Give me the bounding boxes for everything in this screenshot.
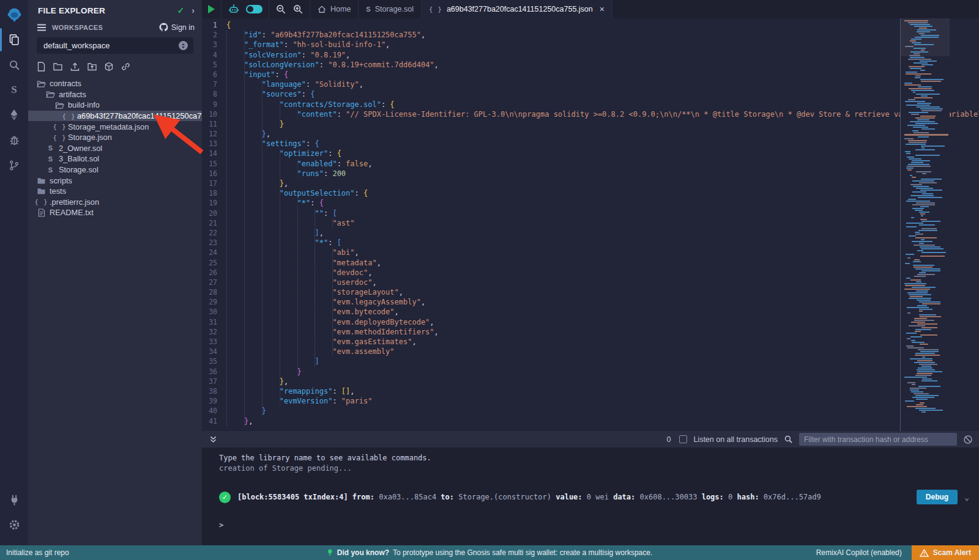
ai-robot-icon[interactable]: [228, 4, 240, 15]
file-tree: contractsartifactsbuild-info{ }a69b43f27…: [28, 78, 202, 218]
tree-item-build-info[interactable]: build-info: [28, 100, 202, 111]
transaction-count: 0: [666, 435, 673, 444]
terminal-prompt[interactable]: >: [219, 521, 969, 529]
code-line: 37 },: [202, 377, 979, 386]
activity-bar: S: [0, 0, 28, 545]
create-file-icon[interactable]: [37, 62, 46, 72]
listen-all-transactions-checkbox[interactable]: [679, 435, 687, 443]
solidity-icon: S: [46, 166, 55, 174]
bug-icon: [9, 134, 20, 146]
run-script-button[interactable]: [208, 5, 215, 13]
code-line: 39 "evmVersion": "paris": [202, 396, 979, 406]
code-line: 30 "evm.bytecode",: [202, 307, 979, 317]
tree-item-artifacts[interactable]: artifacts: [28, 89, 202, 100]
search-icon: [9, 59, 20, 71]
code-line: 31 "evm.deployedBytecode",: [202, 317, 979, 327]
tree-item-label: a69b43f277ba20fcac141151250ca7...: [77, 111, 208, 120]
debug-button[interactable]: Debug: [917, 490, 958, 504]
transaction-filter-input[interactable]: [799, 433, 957, 446]
sidebar-item-git[interactable]: [0, 155, 28, 175]
tree-item-a69b43f277ba20fcac141151250ca7[interactable]: { }a69b43f277ba20fcac141151250ca7...: [28, 111, 202, 122]
scam-alert-button[interactable]: Scam Alert: [912, 545, 979, 560]
did-you-know-tip: Did you know? To prototype using the Gno…: [327, 548, 653, 557]
tree-item-storage-json[interactable]: { }Storage.json: [28, 132, 202, 143]
terminal-toolbar: 0 Listen on all transactions: [202, 431, 979, 448]
tree-item-prettierrc-json[interactable]: { }.prettierrc.json: [28, 197, 202, 208]
code-line: 6 "input": {: [202, 70, 979, 79]
expand-log-chevron-icon[interactable]: ⌄: [964, 493, 969, 502]
code-line: 19 "*": {: [202, 198, 979, 208]
upload-file-icon[interactable]: [70, 62, 80, 72]
file-actions-toolbar: [28, 54, 202, 75]
sidebar-item-file-explorer[interactable]: [0, 29, 28, 50]
ai-copilot-toggle[interactable]: [246, 5, 262, 13]
folder-icon: [37, 187, 46, 195]
tree-item-label: .prettierrc.json: [50, 197, 99, 207]
create-folder-icon[interactable]: [53, 62, 63, 72]
sidebar-item-settings[interactable]: [0, 514, 28, 535]
status-bar: Initialize as git repo Did you know? To …: [0, 545, 979, 560]
code-line: 24 "abi",: [202, 248, 979, 257]
hamburger-menu-icon[interactable]: [37, 23, 47, 32]
files-icon: [8, 34, 20, 46]
tab-build-info-json[interactable]: { } a69b43f277ba20fcac141151250ca755.jso…: [422, 0, 612, 18]
close-tab-icon[interactable]: ×: [600, 4, 605, 14]
ethereum-icon: [9, 109, 20, 121]
clear-console-icon[interactable]: [963, 435, 973, 444]
tree-item-label: artifacts: [59, 90, 86, 99]
tab-home[interactable]: Home: [310, 0, 359, 18]
success-check-icon: ✓: [219, 492, 231, 503]
tree-item-scripts[interactable]: scripts: [28, 175, 202, 186]
transaction-log-row[interactable]: ✓ [block:5583405 txIndex:4] from: 0xa03.…: [219, 490, 969, 504]
minimap[interactable]: [900, 18, 950, 431]
tree-item-2-owner-sol[interactable]: S2_Owner.sol: [28, 143, 202, 154]
chevron-right-icon[interactable]: ›: [192, 6, 195, 15]
code-line: 15 "enabled": false,: [202, 159, 979, 169]
terminal[interactable]: Type the library name to see available c…: [202, 448, 979, 545]
git-branch-icon: [9, 160, 20, 171]
code-line: 35 ]: [202, 356, 979, 366]
code-line: 13 "settings": {: [202, 139, 979, 149]
status-check-icon: ✓: [177, 6, 185, 15]
zoom-in-icon[interactable]: [292, 4, 303, 15]
listen-all-transactions-label: Listen on all transactions: [693, 435, 778, 444]
code-line: 16 "runs": 200: [202, 169, 979, 179]
sidebar-item-solidity-compiler[interactable]: S: [0, 79, 28, 100]
sidebar-item-search[interactable]: [0, 54, 28, 75]
tree-item-3-ballot-sol[interactable]: S3_Ballot.sol: [28, 153, 202, 164]
warning-icon: [920, 549, 929, 557]
link-remixd-icon[interactable]: [121, 62, 131, 72]
code-line: 26 "devdoc",: [202, 268, 979, 278]
collapse-terminal-icon[interactable]: [209, 435, 217, 444]
workspace-select[interactable]: default_workspace: [37, 37, 193, 54]
tree-item-label: 2_Owner.sol: [59, 144, 102, 153]
sidebar-item-plugin-manager[interactable]: [0, 489, 28, 510]
search-icon[interactable]: [784, 435, 793, 444]
github-sign-in-button[interactable]: Sign in: [159, 23, 195, 32]
tree-item-contracts[interactable]: contracts: [28, 78, 202, 89]
tree-item-readme-txt[interactable]: README.txt: [28, 207, 202, 218]
code-editor[interactable]: 1{2 "id": "a69b43f277ba20fcac141151250ca…: [202, 18, 979, 431]
transaction-log-text: [block:5583405 txIndex:4] from: 0xa03...…: [237, 493, 821, 501]
sidebar-item-debugger[interactable]: [0, 130, 28, 150]
code-line: 8 "sources": {: [202, 89, 979, 99]
tab-storage-sol[interactable]: S Storage.sol: [359, 0, 422, 18]
remix-logo-icon[interactable]: [0, 4, 28, 25]
lightbulb-icon: [327, 548, 333, 557]
git-init-button[interactable]: Initialize as git repo: [0, 548, 69, 557]
publish-to-ipfs-icon[interactable]: [104, 62, 114, 72]
tree-item-tests[interactable]: tests: [28, 186, 202, 197]
code-line: 9 "contracts/Storage.sol": {: [202, 100, 979, 109]
remixai-copilot-status[interactable]: RemixAI Copilot (enabled): [816, 548, 902, 557]
folder-open-icon: [55, 101, 64, 109]
upload-folder-icon[interactable]: [87, 62, 97, 72]
tree-item-storage-sol[interactable]: SStorage.sol: [28, 164, 202, 175]
zoom-out-icon[interactable]: [275, 4, 286, 15]
solidity-file-icon: S: [366, 6, 370, 13]
code-lines: 1{2 "id": "a69b43f277ba20fcac141151250ca…: [202, 20, 979, 431]
json-icon: { }: [55, 134, 64, 141]
sidebar-item-deploy-and-run[interactable]: [0, 105, 28, 125]
solidity-icon: S: [46, 155, 55, 163]
tree-item-storage-metadata-json[interactable]: { }Storage_metadata.json: [28, 121, 202, 132]
gear-icon: [9, 519, 20, 531]
